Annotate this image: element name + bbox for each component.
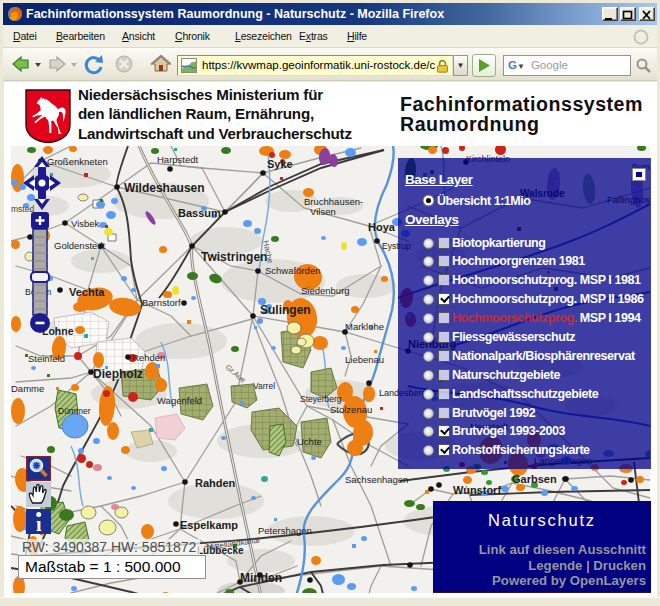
svg-text:Varrel: Varrel: [253, 381, 275, 391]
svg-text:Steyerberg: Steyerberg: [300, 394, 342, 404]
svg-text:Siedenburg: Siedenburg: [301, 285, 350, 296]
svg-text:Wagenfeld: Wagenfeld: [157, 395, 202, 406]
svg-text:Visbek: Visbek: [71, 218, 100, 229]
svg-text:Bassum: Bassum: [178, 207, 221, 219]
svg-text:Wunstorf: Wunstorf: [453, 484, 501, 496]
svg-text:Hoya: Hoya: [368, 221, 396, 233]
svg-text:Garbsen: Garbsen: [512, 473, 557, 485]
svg-text:Goldenstedt: Goldenstedt: [54, 240, 106, 251]
svg-text:Vilsen: Vilsen: [310, 206, 336, 217]
svg-text:Sachsenhagen: Sachsenhagen: [345, 474, 408, 485]
svg-text:Harpstedt: Harpstedt: [157, 154, 199, 165]
svg-text:Minden: Minden: [240, 571, 282, 585]
svg-text:Liebenau: Liebenau: [345, 354, 384, 365]
svg-text:Twistringen: Twistringen: [201, 250, 267, 264]
svg-text:Stolzenau: Stolzenau: [330, 404, 372, 415]
svg-text:Espelkamp: Espelkamp: [180, 519, 238, 531]
svg-text:ı: ı: [36, 513, 42, 535]
svg-text:Schwaförden: Schwaförden: [265, 265, 320, 276]
svg-text:Sulingen: Sulingen: [260, 303, 311, 317]
svg-text:Diepholz: Diepholz: [93, 367, 143, 381]
svg-text:Petershagen: Petershagen: [258, 525, 312, 536]
svg-text:Rahden: Rahden: [195, 477, 236, 489]
svg-text:Wildeshausen: Wildeshausen: [124, 181, 205, 195]
svg-text:Syke: Syke: [267, 158, 293, 170]
svg-text:Rehden: Rehden: [132, 352, 165, 363]
svg-text:Vechta: Vechta: [69, 286, 105, 298]
svg-text:Marklohe: Marklohe: [345, 321, 384, 332]
svg-text:Uchte: Uchte: [297, 436, 322, 447]
svg-text:Damme: Damme: [11, 383, 44, 394]
svg-text:Dümmer: Dümmer: [58, 406, 91, 416]
svg-text:Barnstorf: Barnstorf: [142, 297, 181, 308]
svg-text:Steinfeld: Steinfeld: [28, 353, 65, 364]
